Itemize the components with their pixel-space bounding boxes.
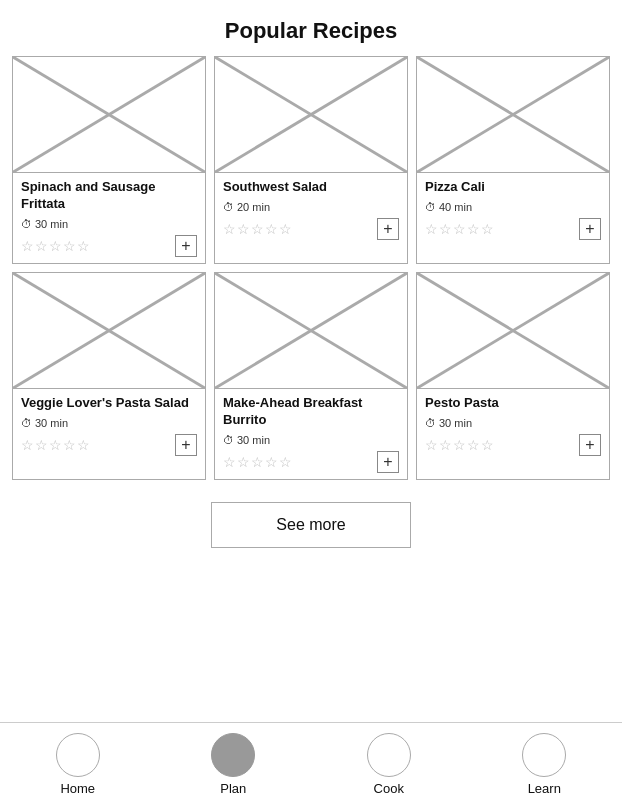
recipe-name: Make-Ahead Breakfast Burrito [223,395,399,429]
recipe-stars: ☆☆☆☆☆ [21,238,90,254]
recipe-card: Spinach and Sausage Frittata⏱30 min☆☆☆☆☆… [12,56,206,264]
recipe-card: Southwest Salad⏱20 min☆☆☆☆☆+ [214,56,408,264]
recipe-bottom: ☆☆☆☆☆+ [223,451,399,473]
add-recipe-button[interactable]: + [175,434,197,456]
recipe-time: ⏱30 min [425,417,601,429]
add-recipe-button[interactable]: + [579,218,601,240]
star-icon[interactable]: ☆ [63,437,76,453]
recipe-card: Pizza Cali⏱40 min☆☆☆☆☆+ [416,56,610,264]
see-more-section: See more [0,492,622,566]
star-icon[interactable]: ☆ [439,221,452,237]
clock-icon: ⏱ [223,434,234,446]
nav-item-learn[interactable]: Learn [504,733,584,796]
recipe-info: Make-Ahead Breakfast Burrito⏱30 min☆☆☆☆☆… [215,389,407,479]
star-icon[interactable]: ☆ [481,221,494,237]
star-icon[interactable]: ☆ [265,221,278,237]
recipe-info: Spinach and Sausage Frittata⏱30 min☆☆☆☆☆… [13,173,205,263]
recipe-info: Pesto Pasta⏱30 min☆☆☆☆☆+ [417,389,609,479]
clock-icon: ⏱ [223,201,234,213]
recipe-stars: ☆☆☆☆☆ [425,221,494,237]
star-icon[interactable]: ☆ [63,238,76,254]
recipe-info: Pizza Cali⏱40 min☆☆☆☆☆+ [417,173,609,263]
star-icon[interactable]: ☆ [265,454,278,470]
star-icon[interactable]: ☆ [251,454,264,470]
recipe-name: Veggie Lover's Pasta Salad [21,395,197,412]
clock-icon: ⏱ [425,417,436,429]
nav-circle-home [56,733,100,777]
recipe-bottom: ☆☆☆☆☆+ [21,235,197,257]
add-recipe-button[interactable]: + [377,451,399,473]
star-icon[interactable]: ☆ [481,437,494,453]
nav-item-plan[interactable]: Plan [193,733,273,796]
star-icon[interactable]: ☆ [21,437,34,453]
recipe-info: Veggie Lover's Pasta Salad⏱30 min☆☆☆☆☆+ [13,389,205,479]
recipe-name: Southwest Salad [223,179,399,196]
recipe-stars: ☆☆☆☆☆ [223,454,292,470]
star-icon[interactable]: ☆ [49,437,62,453]
star-icon[interactable]: ☆ [35,238,48,254]
recipe-time: ⏱30 min [223,434,399,446]
recipe-image [13,273,205,389]
star-icon[interactable]: ☆ [453,221,466,237]
recipe-bottom: ☆☆☆☆☆+ [425,218,601,240]
recipe-stars: ☆☆☆☆☆ [425,437,494,453]
nav-label-home: Home [60,781,95,796]
star-icon[interactable]: ☆ [237,454,250,470]
star-icon[interactable]: ☆ [425,221,438,237]
recipes-grid: Spinach and Sausage Frittata⏱30 min☆☆☆☆☆… [0,56,622,492]
recipe-stars: ☆☆☆☆☆ [21,437,90,453]
star-icon[interactable]: ☆ [279,454,292,470]
nav-circle-plan [211,733,255,777]
recipe-card: Make-Ahead Breakfast Burrito⏱30 min☆☆☆☆☆… [214,272,408,480]
star-icon[interactable]: ☆ [237,221,250,237]
nav-item-cook[interactable]: Cook [349,733,429,796]
nav-label-cook: Cook [374,781,404,796]
star-icon[interactable]: ☆ [223,454,236,470]
recipe-name: Pesto Pasta [425,395,601,412]
add-recipe-button[interactable]: + [377,218,399,240]
star-icon[interactable]: ☆ [21,238,34,254]
bottom-nav: HomePlanCookLearn [0,722,622,804]
star-icon[interactable]: ☆ [453,437,466,453]
recipe-image [417,57,609,173]
star-icon[interactable]: ☆ [35,437,48,453]
recipe-time: ⏱30 min [21,218,197,230]
recipe-image [215,57,407,173]
star-icon[interactable]: ☆ [467,221,480,237]
recipe-bottom: ☆☆☆☆☆+ [425,434,601,456]
recipe-time: ⏱20 min [223,201,399,213]
nav-label-learn: Learn [528,781,561,796]
star-icon[interactable]: ☆ [439,437,452,453]
recipe-time: ⏱30 min [21,417,197,429]
star-icon[interactable]: ☆ [77,437,90,453]
star-icon[interactable]: ☆ [425,437,438,453]
recipe-stars: ☆☆☆☆☆ [223,221,292,237]
nav-circle-learn [522,733,566,777]
star-icon[interactable]: ☆ [77,238,90,254]
nav-label-plan: Plan [220,781,246,796]
star-icon[interactable]: ☆ [467,437,480,453]
recipe-card: Pesto Pasta⏱30 min☆☆☆☆☆+ [416,272,610,480]
recipe-info: Southwest Salad⏱20 min☆☆☆☆☆+ [215,173,407,263]
star-icon[interactable]: ☆ [279,221,292,237]
recipe-bottom: ☆☆☆☆☆+ [21,434,197,456]
nav-circle-cook [367,733,411,777]
add-recipe-button[interactable]: + [175,235,197,257]
recipe-image [215,273,407,389]
clock-icon: ⏱ [21,417,32,429]
star-icon[interactable]: ☆ [251,221,264,237]
recipe-card: Veggie Lover's Pasta Salad⏱30 min☆☆☆☆☆+ [12,272,206,480]
clock-icon: ⏱ [21,218,32,230]
recipe-image [417,273,609,389]
clock-icon: ⏱ [425,201,436,213]
star-icon[interactable]: ☆ [223,221,236,237]
recipe-bottom: ☆☆☆☆☆+ [223,218,399,240]
star-icon[interactable]: ☆ [49,238,62,254]
recipe-time: ⏱40 min [425,201,601,213]
add-recipe-button[interactable]: + [579,434,601,456]
recipe-name: Pizza Cali [425,179,601,196]
page-title: Popular Recipes [0,0,622,56]
see-more-button[interactable]: See more [211,502,411,548]
nav-item-home[interactable]: Home [38,733,118,796]
recipe-image [13,57,205,173]
